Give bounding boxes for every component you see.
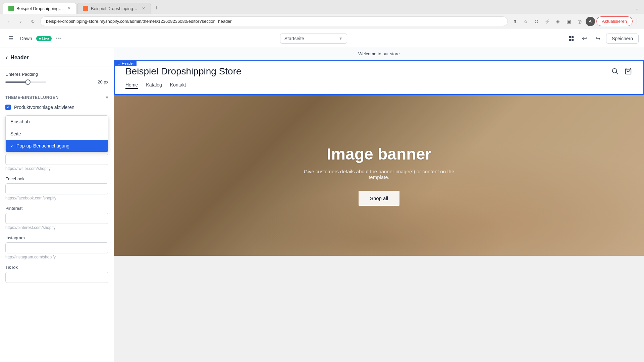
slider-dotted-track	[50, 82, 91, 82]
extension-icon-4[interactable]: ◎	[575, 17, 584, 26]
dropdown-item-label-1: Einschub	[10, 119, 30, 124]
dropdown-item-label-3: Pop-up-Benachrichtigung	[16, 143, 69, 148]
tab-expand-button[interactable]: ⌄	[633, 3, 641, 13]
share-icon[interactable]: ⬆	[511, 17, 520, 26]
store-header-section: ⊞ Header Beispiel Dropshipping Store	[114, 60, 644, 95]
instagram-label: Instagram	[5, 235, 108, 240]
sidebar-title: Header	[10, 55, 29, 61]
theme-name: Dawn	[20, 36, 32, 41]
undo-button[interactable]: ↩	[579, 33, 590, 44]
pinterest-input[interactable]	[5, 213, 108, 224]
banner-title: Image banner	[295, 145, 463, 163]
grid-icon	[569, 36, 574, 41]
bookmark-icon[interactable]: ☆	[521, 17, 531, 26]
page-select-value: Startseite	[284, 36, 304, 41]
slider-fill	[5, 81, 28, 83]
svg-point-0	[612, 69, 617, 73]
dropdown-menu[interactable]: Einschub Seite ✓ Pop-up-Benachrichtigung	[5, 115, 108, 152]
save-button[interactable]: Speichern	[606, 34, 639, 44]
store-icons	[611, 67, 633, 75]
dropdown-item-seite[interactable]: Seite	[6, 128, 108, 140]
address-bar[interactable]: beispiel-dropshipping-store.myshopify.co…	[40, 16, 508, 26]
extension-icon-2[interactable]: ◈	[553, 17, 563, 26]
new-tab-button[interactable]: +	[152, 4, 161, 13]
instagram-hint: http://instagram.com/shopify	[5, 255, 108, 259]
page-select-chevron: ▼	[339, 36, 343, 41]
pinterest-label: Pinterest	[5, 206, 108, 211]
cart-icon[interactable]	[625, 67, 633, 75]
preview-area: Welcome to our store ⊞ Header Beispiel D…	[114, 48, 644, 362]
tab-inactive[interactable]: Beispiel Dropshipping Store · ... ✕	[77, 3, 151, 14]
redo-button[interactable]: ↪	[593, 33, 603, 44]
banner-area: Image banner Give customers details abou…	[114, 95, 644, 256]
opera-icon[interactable]: O	[532, 17, 541, 26]
theme-settings-section[interactable]: THEME-EINSTELLUNGEN ▾	[5, 90, 108, 105]
slider-thumb	[25, 79, 31, 85]
instagram-input[interactable]	[5, 242, 108, 253]
facebook-input[interactable]	[5, 183, 108, 194]
pinterest-hint: https://pinterest.com/shopify	[5, 225, 108, 230]
grid-view-button[interactable]	[566, 33, 577, 44]
produktvorschlaege-checkbox[interactable]: ✓	[5, 105, 11, 110]
sidebar-back-button[interactable]: ‹	[5, 53, 8, 62]
social-fields: Twitter https://twitter.com/shopify Face…	[5, 147, 108, 283]
tab-favicon-2	[83, 6, 88, 11]
nav-link-kontakt[interactable]: Kontakt	[170, 82, 186, 89]
sidebar-header: ‹ Header	[0, 48, 114, 66]
address-text: beispiel-dropshipping-store.myshopify.co…	[46, 19, 232, 24]
nav-link-katalog[interactable]: Katalog	[146, 82, 162, 89]
toolbar-center: Startseite ▼	[67, 34, 560, 44]
twitter-hint: https://twitter.com/shopify	[5, 166, 108, 171]
refresh-button[interactable]: ↻	[28, 17, 38, 26]
store-nav: Home Katalog Kontakt	[115, 82, 643, 94]
search-icon[interactable]	[611, 67, 619, 75]
checkbox-label: Produktvorschläge aktivieren	[14, 105, 74, 110]
tab-label-1: Beispiel Dropshipping Store · ...	[16, 6, 63, 11]
banner-subtitle: Give customers details about the banner …	[295, 169, 463, 180]
facebook-label: Facebook	[5, 176, 108, 181]
sidebar-content: Unteres Padding 20 px THEME-EINSTELLUNGE…	[0, 66, 114, 294]
forward-button[interactable]: ›	[16, 17, 25, 26]
padding-value: 20 px	[98, 79, 108, 84]
tiktok-field-group: TikTok	[5, 265, 108, 283]
nav-link-home[interactable]: Home	[125, 82, 138, 89]
sidebar-toggle-button[interactable]: ☰	[5, 33, 16, 44]
back-button[interactable]: ‹	[4, 17, 13, 26]
extension-icon-1[interactable]: ⚡	[543, 17, 552, 26]
checkbox-row: ✓ Produktvorschläge aktivieren	[5, 105, 108, 110]
store-logo: Beispiel Dropshipping Store	[125, 66, 241, 77]
shop-all-button[interactable]: Shop all	[359, 191, 399, 206]
tiktok-label: TikTok	[5, 265, 108, 270]
tab-close-2[interactable]: ✕	[142, 6, 145, 11]
extension-icon-3[interactable]: ▣	[564, 17, 574, 26]
nav-bar: ‹ › ↻ beispiel-dropshipping-store.myshop…	[0, 14, 644, 29]
banner-content: Image banner Give customers details abou…	[295, 145, 463, 206]
padding-control: 20 px	[5, 79, 108, 84]
live-badge: ● Live	[36, 36, 52, 41]
dropdown-item-popup[interactable]: ✓ Pop-up-Benachrichtigung	[6, 140, 108, 152]
header-tag-text: Header	[122, 61, 134, 65]
theme-settings-label: THEME-EINSTELLUNGEN	[5, 95, 59, 100]
dropdown-checkmark: ✓	[10, 143, 14, 148]
sidebar: ‹ Header Unteres Padding 20 px THEME-	[0, 48, 114, 362]
app-toolbar: ☰ Dawn ● Live ••• Startseite ▼ ↩ ↪ Speic…	[0, 29, 644, 48]
tab-favicon-1	[8, 6, 14, 11]
pinterest-field-group: Pinterest https://pinterest.com/shopify	[5, 206, 108, 230]
padding-slider[interactable]	[5, 81, 46, 83]
app-container: ☰ Dawn ● Live ••• Startseite ▼ ↩ ↪ Speic…	[0, 29, 644, 362]
more-options-button[interactable]: ⋮	[634, 18, 640, 25]
dropdown-item-einschub[interactable]: Einschub	[6, 116, 108, 128]
twitter-input[interactable]	[5, 154, 108, 165]
announcement-text: Welcome to our store	[358, 51, 399, 56]
tab-label-2: Beispiel Dropshipping Store · ...	[91, 6, 138, 11]
update-button[interactable]: Aktualisieren	[596, 16, 633, 26]
user-icon[interactable]: A	[586, 17, 595, 26]
instagram-field-group: Instagram http://instagram.com/shopify	[5, 235, 108, 259]
editor-main: ‹ Header Unteres Padding 20 px THEME-	[0, 48, 644, 362]
tab-close-1[interactable]: ✕	[67, 6, 71, 11]
page-select[interactable]: Startseite ▼	[280, 34, 347, 44]
tab-active[interactable]: Beispiel Dropshipping Store · ... ✕	[3, 3, 76, 14]
tiktok-input[interactable]	[5, 272, 108, 283]
theme-settings-chevron: ▾	[106, 94, 108, 101]
theme-more-button[interactable]: •••	[56, 36, 61, 42]
